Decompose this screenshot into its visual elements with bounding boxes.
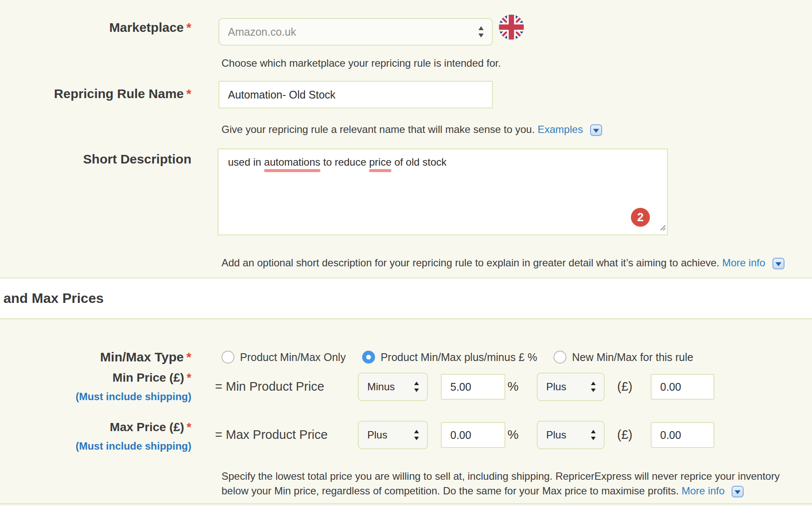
required-asterisk: *	[186, 350, 191, 364]
radio-button-icon[interactable]	[362, 351, 375, 364]
max-price-label-block: Max Price (£)* (Must include shipping)	[0, 420, 191, 454]
min-price-label-block: Min Price (£)* (Must include shipping)	[0, 370, 191, 404]
more-info-expand-icon[interactable]	[772, 258, 784, 269]
required-asterisk: *	[187, 420, 191, 434]
min-price-currency-sign: (£)	[617, 373, 632, 400]
max-price-percent-input[interactable]	[441, 422, 505, 448]
price-help-text: Specify the lowest total price you are w…	[221, 469, 800, 498]
max-price-label: Max Price (£)*	[0, 420, 191, 435]
textarea-resize-handle[interactable]	[659, 221, 666, 233]
required-asterisk: *	[187, 371, 191, 384]
misspelled-word: price	[369, 156, 391, 168]
min-price-equation-label: = Min Product Price	[215, 373, 324, 400]
marketplace-label: Marketplace*	[0, 18, 191, 37]
rule-name-help-text: Give your repricing rule a relevant name…	[221, 122, 602, 137]
radio-button-icon[interactable]	[221, 351, 234, 364]
select-updown-arrows-icon	[478, 26, 484, 38]
minmax-type-label: Min/Max Type*	[0, 348, 191, 367]
max-price-shipping-link[interactable]: (Must include shipping)	[0, 439, 191, 454]
radio-new-minmax-for-rule[interactable]: New Min/Max for this rule	[554, 351, 693, 364]
required-asterisk: *	[186, 86, 191, 101]
marketplace-select-value: Amazon.co.uk	[228, 26, 474, 38]
uk-flag-icon	[499, 15, 524, 40]
min-price-percent-input[interactable]	[441, 374, 505, 400]
minmax-type-radio-group: Product Min/Max Only Product Min/Max plu…	[221, 348, 693, 367]
marketplace-help-text: Choose which marketplace your repricing …	[221, 56, 501, 71]
required-asterisk: *	[186, 20, 191, 34]
max-price-currency-sign: (£)	[617, 421, 632, 448]
marketplace-select[interactable]: Amazon.co.uk	[218, 18, 493, 46]
short-description-help-text: Add an optional short description for yo…	[221, 256, 784, 270]
max-price-amount-input[interactable]	[651, 422, 714, 448]
max-price-operator1-select[interactable]: Plus	[358, 421, 428, 449]
select-updown-arrows-icon	[591, 381, 596, 392]
section-title: and Max Prices	[3, 278, 104, 318]
min-price-percent-sign: %	[508, 373, 519, 400]
section-divider	[0, 503, 812, 504]
rule-name-label: Repricing Rule Name*	[0, 84, 191, 103]
misspelled-word: automations	[264, 156, 320, 168]
more-info-expand-icon[interactable]	[732, 486, 744, 497]
min-price-operator1-select[interactable]: Minus	[358, 373, 428, 401]
rule-name-input[interactable]	[218, 81, 493, 108]
description-text: used in	[228, 156, 264, 168]
more-info-link[interactable]: More info	[682, 485, 725, 497]
description-text: of old stock	[391, 156, 446, 168]
select-updown-arrows-icon	[414, 429, 419, 441]
min-price-operator2-select[interactable]: Plus	[537, 373, 605, 401]
min-price-shipping-link[interactable]: (Must include shipping)	[0, 389, 191, 404]
examples-link[interactable]: Examples	[538, 123, 583, 135]
min-price-label: Min Price (£)*	[0, 370, 191, 386]
min-price-amount-input[interactable]	[651, 374, 714, 400]
short-description-label: Short Description	[0, 150, 191, 169]
select-updown-arrows-icon	[414, 381, 419, 392]
more-info-link[interactable]: More info	[722, 257, 765, 268]
annotation-badge: 2	[631, 208, 650, 227]
radio-product-minmax-only[interactable]: Product Min/Max Only	[221, 351, 346, 364]
description-text: to reduce	[320, 156, 369, 168]
max-price-operator2-select[interactable]: Plus	[537, 421, 605, 449]
examples-expand-icon[interactable]	[590, 124, 602, 136]
section-header-band: and Max Prices	[0, 278, 812, 319]
short-description-textarea[interactable]: used in automations to reduce price of o…	[218, 148, 668, 235]
max-price-percent-sign: %	[508, 421, 519, 448]
radio-product-minmax-plus-minus[interactable]: Product Min/Max plus/minus £ %	[362, 351, 537, 364]
select-updown-arrows-icon	[591, 429, 596, 441]
radio-button-icon[interactable]	[554, 351, 566, 364]
max-price-equation-label: = Max Product Price	[215, 421, 328, 448]
